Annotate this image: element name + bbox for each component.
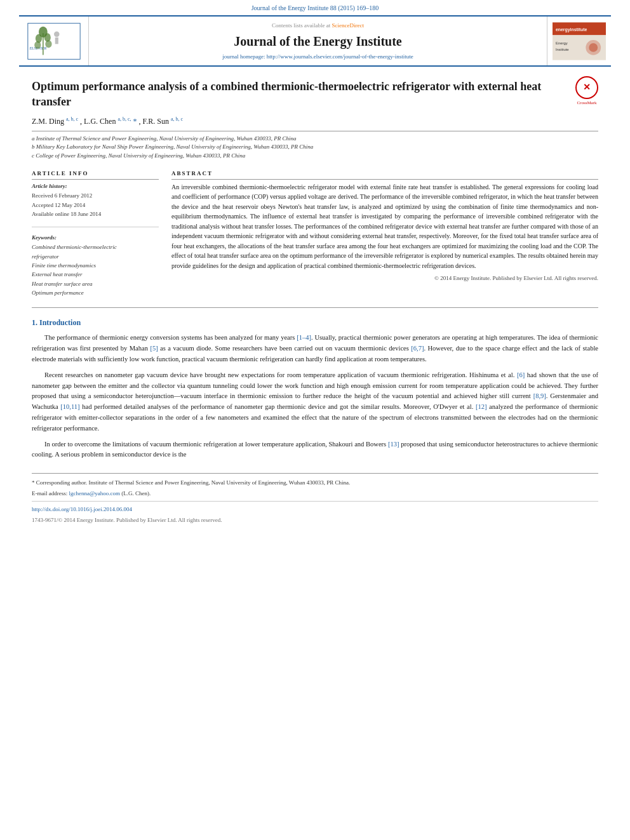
crossmark-label: CrossMark	[575, 100, 598, 107]
sciencedirect-label: Contents lists available at ScienceDirec…	[95, 22, 540, 30]
svg-text:energyinstitute: energyinstitute	[556, 27, 587, 32]
keywords-list: Combined thermionic-thermoelectric refri…	[32, 243, 159, 297]
energy-institute-logo-icon: energyinstitute Energy Institute	[553, 22, 606, 60]
history-label: Article history:	[32, 182, 159, 190]
abstract-header: ABSTRACT	[171, 170, 598, 180]
svg-point-17	[589, 43, 598, 52]
authors-line: Z.M. Ding a, b, c , L.G. Chen a, b, c, *…	[32, 116, 598, 127]
abstract-text: An irreversible combined thermionic-ther…	[171, 182, 598, 271]
abstract-column: ABSTRACT An irreversible combined thermi…	[171, 170, 598, 297]
svg-text:Institute: Institute	[556, 47, 569, 51]
keywords-label: Keywords:	[32, 234, 159, 242]
svg-rect-0	[27, 23, 79, 59]
journal-title: Journal of the Energy Institute	[95, 32, 540, 50]
article-history-block: Article history: Received 6 February 201…	[32, 182, 159, 219]
affiliations: a Institute of Thermal Science and Power…	[32, 131, 598, 161]
journal-homepage[interactable]: journal homepage: http://www.journals.el…	[95, 53, 540, 61]
energy-institute-logo-section: energyinstitute Energy Institute	[547, 17, 611, 65]
journal-center-info: Contents lists available at ScienceDirec…	[89, 17, 547, 65]
abstract-copyright: © 2014 Energy Institute. Published by El…	[171, 274, 598, 283]
journal-header: ELSEVIER Contents lists available at Sci…	[19, 15, 611, 67]
article-info-header: ARTICLE INFO	[32, 170, 159, 180]
footer-doi[interactable]: http://dx.doi.org/10.1016/j.joei.2014.06…	[32, 505, 598, 514]
intro-paragraph-2: Recent researches on nanometer gap vacuu…	[32, 370, 598, 434]
keywords-block: Keywords: Combined thermionic-thermoelec…	[32, 234, 159, 298]
elsevier-logo-icon: ELSEVIER	[25, 22, 83, 60]
footer-divider	[32, 501, 598, 502]
introduction-section: 1. Introduction The performance of therm…	[32, 317, 598, 461]
intro-paragraph-3: In order to overcome the limitations of …	[32, 439, 598, 461]
email-link[interactable]: lgchenna@yahoo.com	[69, 490, 120, 497]
footer-corresponding: * Corresponding author. Institute of The…	[32, 479, 598, 487]
two-column-section: ARTICLE INFO Article history: Received 6…	[32, 170, 598, 297]
footer-email: E-mail address: lgchenna@yahoo.com (L.G.…	[32, 490, 598, 498]
svg-rect-9	[55, 37, 58, 44]
top-journal-link: Journal of the Energy Institute 88 (2015…	[0, 0, 630, 15]
article-history-dates: Received 6 February 2012 Accepted 12 May…	[32, 191, 159, 218]
article-title: Optimum performance analysis of a combin…	[32, 79, 598, 109]
intro-title: 1. Introduction	[32, 317, 598, 328]
svg-point-8	[54, 31, 60, 37]
crossmark-badge: ✕ CrossMark	[575, 76, 598, 107]
svg-point-6	[34, 41, 41, 49]
footer-copyright: 1743-9671/© 2014 Energy Institute. Publi…	[32, 516, 598, 524]
info-divider	[32, 227, 159, 227]
svg-point-7	[45, 40, 51, 48]
article-area: ✕ CrossMark Optimum performance analysis…	[32, 79, 598, 160]
footer-area: * Corresponding author. Institute of The…	[32, 473, 598, 524]
elsevier-logo-section: ELSEVIER	[19, 17, 89, 65]
crossmark-icon: ✕	[575, 76, 598, 99]
section-divider	[32, 307, 598, 308]
svg-text:Energy: Energy	[556, 41, 568, 45]
intro-paragraph-1: The performance of thermionic energy con…	[32, 333, 598, 364]
article-info-column: ARTICLE INFO Article history: Received 6…	[32, 170, 159, 297]
